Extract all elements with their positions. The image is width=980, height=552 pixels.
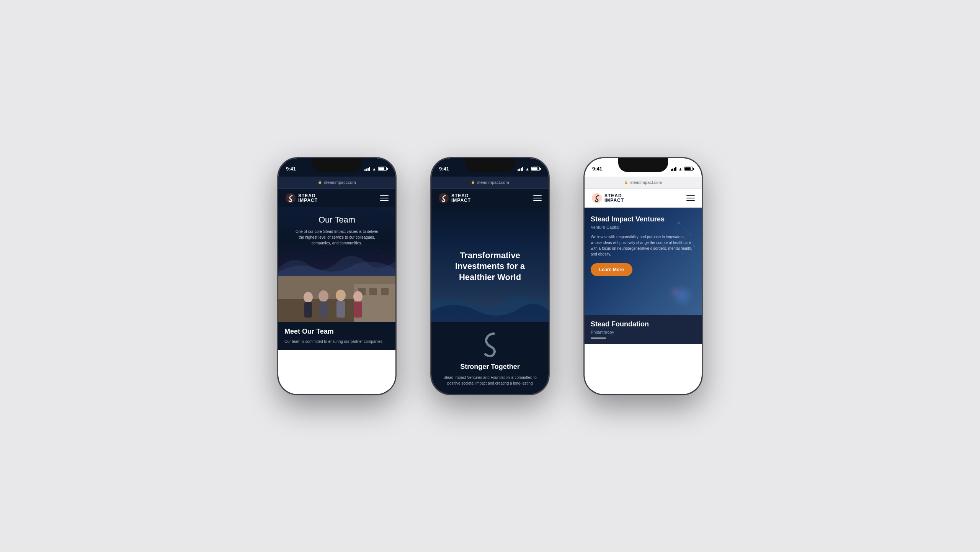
venture-desc-3: We invest with responsibility and purpos… [591,234,696,257]
wave-graphic-1 [278,246,395,276]
logo-text-1: STEAD IMPACT [298,193,318,203]
phone-2-screen: 9:41 ▲ [431,158,549,394]
svg-point-7 [304,292,313,303]
logo-s-icon-3 [591,193,602,203]
status-time-3: 9:41 [592,166,602,172]
logo-3: STEAD IMPACT [591,193,624,203]
url-bar-1: 🔒 steadimpact.com [278,177,395,189]
phone-2: 9:41 ▲ [431,157,549,395]
wave-bg-2 [431,292,549,322]
status-icons-3: ▲ [671,167,694,171]
hamburger-menu-3[interactable] [686,195,695,201]
foundation-title-3: Stead Foundation [591,320,696,328]
logo-s-icon-1 [285,193,296,203]
team-building-bg [278,276,395,322]
wifi-icon-2: ▲ [525,167,529,171]
hero-title-1: Our Team [318,215,355,225]
hamburger-menu-2[interactable] [533,195,542,201]
svg-point-9 [318,290,328,302]
hamburger-menu-1[interactable] [380,195,389,201]
phone3-hero: Stead Impact Ventures Venture Capital We… [585,208,702,315]
battery-icon-1 [378,167,388,171]
svg-rect-12 [336,301,345,318]
lock-icon-3: 🔒 [624,180,628,184]
signal-icon-3 [671,167,676,171]
status-icons-2: ▲ [518,167,541,171]
url-text-1: steadimpact.com [324,180,356,185]
status-icons-1: ▲ [364,167,388,171]
status-bar-3: 9:41 ▲ [585,158,702,177]
meet-title-1: Meet Our Team [284,328,389,336]
stead-s-logo-2 [479,330,501,357]
logo-text-2: STEAD IMPACT [451,193,471,203]
battery-icon-2 [531,167,541,171]
hero-title-2: Transformative Investments for a Healthi… [439,250,541,283]
nav-bar-1: STEAD IMPACT [278,189,395,207]
status-bar-1: 9:41 ▲ [278,158,395,177]
hero-section-1: Our Team One of our core Stead Impact va… [278,207,395,276]
learn-more-button[interactable]: Learn More [591,263,632,276]
scroll-indicator-3 [591,337,606,339]
meet-text-1: Our team is committed to ensuring our pa… [284,339,389,344]
svg-point-11 [336,290,346,301]
phone-1-screen: 9:41 ▲ [278,158,395,394]
battery-icon-3 [684,167,694,171]
nav-bar-3: STEAD IMPACT [585,189,702,208]
hero-subtitle-1: One of our core Stead Impact values is t… [295,229,379,246]
meet-section-1: Meet Our Team Our team is committed to e… [278,322,395,350]
svg-rect-10 [319,301,328,318]
team-photo-1 [278,276,395,322]
logo-s-icon-2 [438,193,449,203]
phones-container: 9:41 ▲ [278,127,702,426]
logo-2: STEAD IMPACT [438,193,471,203]
foundation-subtitle-3: Philanthropy [591,330,696,334]
glow-orb-2 [667,284,683,300]
phone2-hero: Transformative Investments for a Healthi… [431,207,549,322]
lock-icon-2: 🔒 [471,180,475,184]
wifi-icon-1: ▲ [372,167,376,171]
hero-text-2: Transformative Investments for a Healthi… [439,250,541,283]
phone-3: 9:41 ▲ [584,157,702,395]
lock-icon-1: 🔒 [318,180,322,184]
svg-rect-5 [369,288,377,295]
url-bar-2: 🔒 steadimpact.com [431,177,549,189]
svg-point-13 [353,291,363,302]
url-text-3: steadimpact.com [630,180,662,185]
status-time-1: 9:41 [286,166,296,172]
venture-subtitle-3: Venture Capital [591,225,696,229]
signal-icon-2 [518,167,523,171]
signal-icon-1 [364,167,370,171]
phone-3-screen: 9:41 ▲ [585,158,702,394]
status-time-2: 9:41 [439,166,449,172]
wifi-icon-3: ▲ [678,167,683,171]
svg-rect-6 [381,288,389,295]
phone3-content: Stead Impact Ventures Venture Capital We… [591,215,696,277]
nav-bar-2: STEAD IMPACT [431,189,549,207]
stronger-title-2: Stronger Together [438,363,542,371]
logo-1: STEAD IMPACT [285,193,318,203]
venture-title-3: Stead Impact Ventures [591,215,696,224]
phone-1: 9:41 ▲ [278,157,396,395]
phone2-middle: Stronger Together Stead Impact Ventures … [431,322,549,394]
stronger-text-2: Stead Impact Ventures and Foundation is … [438,375,542,386]
svg-rect-14 [354,301,362,318]
svg-rect-8 [304,302,312,318]
status-bar-2: 9:41 ▲ [431,158,549,177]
foundation-section-3: Stead Foundation Philanthropy [585,315,702,344]
logo-text-3: STEAD IMPACT [604,193,624,203]
url-text-2: steadimpact.com [477,180,509,185]
url-bar-3: 🔒 steadimpact.com [585,177,702,189]
